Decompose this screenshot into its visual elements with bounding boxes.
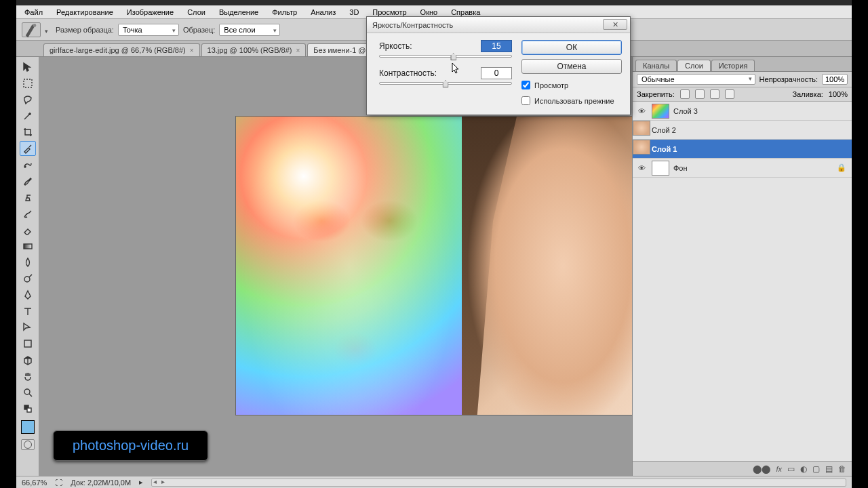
preview-checkbox[interactable]: Просмотр (521, 81, 622, 89)
menu-3d[interactable]: 3D (342, 6, 366, 18)
tool-preset-icon[interactable] (22, 22, 41, 37)
close-tab-icon[interactable]: × (190, 47, 194, 54)
delete-layer-icon[interactable]: 🗑 (838, 464, 846, 474)
blend-mode-select[interactable]: Обычные (637, 74, 755, 85)
blur-tool[interactable] (20, 255, 36, 270)
canvas[interactable] (39, 57, 632, 476)
shape-tool[interactable] (20, 336, 36, 351)
sample-size-select[interactable]: Точка (118, 24, 179, 36)
gradient-tool[interactable] (20, 239, 36, 253)
layer-thumbnail[interactable] (652, 161, 669, 176)
svg-point-2 (24, 166, 26, 167)
lock-label: Закрепить: (637, 90, 675, 98)
layer-name: Слой 1 (652, 145, 677, 153)
menu-выделение[interactable]: Выделение (212, 6, 265, 18)
new-layer-icon[interactable]: ▤ (825, 464, 833, 474)
h-scrollbar[interactable] (151, 479, 846, 487)
lasso-tool[interactable] (20, 92, 36, 107)
menu-анализ[interactable]: Анализ (304, 6, 342, 18)
panel-tab-история[interactable]: История (711, 60, 755, 71)
dodge-tool[interactable] (20, 271, 36, 286)
doc-size: Док: 2,02M/10,0M (71, 479, 131, 487)
menu-слои[interactable]: Слои (180, 6, 212, 18)
svg-rect-8 (27, 408, 31, 412)
move-tool[interactable] (20, 60, 36, 75)
tool-preset-dropdown[interactable] (45, 26, 52, 33)
menu-фильтр[interactable]: Фильтр (265, 6, 304, 18)
cancel-button[interactable]: Отмена (521, 59, 622, 74)
layer-row[interactable]: 👁Слой 3 (633, 102, 852, 121)
layer-thumbnail[interactable] (652, 104, 669, 119)
brightness-slider[interactable] (379, 55, 512, 58)
image-left-half (236, 117, 462, 415)
panel-tab-слои[interactable]: Слои (677, 60, 711, 71)
ok-button[interactable]: ОК (521, 40, 622, 55)
wand-tool[interactable] (20, 108, 36, 123)
eyedropper-tool[interactable] (20, 141, 36, 156)
group-icon[interactable]: ▢ (812, 464, 820, 474)
adjustment-icon[interactable]: ◐ (800, 464, 807, 474)
color-tool[interactable] (20, 401, 36, 416)
artboard (236, 117, 632, 415)
zoom-value[interactable]: 66,67% (22, 479, 47, 487)
opacity-value[interactable]: 100% (822, 74, 848, 85)
3d-tool[interactable] (20, 352, 36, 367)
svg-rect-3 (24, 244, 32, 249)
menu-изображение[interactable]: Изображение (120, 6, 180, 18)
link-layers-icon[interactable]: ⬤⬤ (753, 464, 770, 474)
document-tab[interactable]: 13.jpg @ 100% (RGB/8#)× (201, 43, 307, 56)
foreground-color-swatch[interactable] (21, 420, 35, 434)
layer-row[interactable]: 👁Слой 2 (633, 121, 852, 140)
healing-tool[interactable] (20, 157, 36, 172)
svg-rect-5 (24, 340, 31, 347)
pen-tool[interactable] (20, 287, 36, 302)
legacy-checkbox[interactable]: Использовать прежние (521, 96, 622, 105)
visibility-icon[interactable]: 👁 (635, 107, 648, 115)
panel-tab-каналы[interactable]: Каналы (635, 60, 677, 71)
crop-tool[interactable] (20, 125, 36, 140)
lock-pixels-icon[interactable] (695, 89, 705, 99)
eraser-tool[interactable] (20, 222, 36, 237)
menu-редактирование[interactable]: Редактирование (50, 6, 120, 18)
image-right-half (462, 117, 633, 415)
brightness-label: Яркость: (379, 41, 475, 51)
mask-icon[interactable]: ▭ (787, 464, 795, 474)
zoom-tool[interactable] (20, 385, 36, 400)
zoom-icon[interactable]: ⛶ (55, 479, 62, 487)
dialog-close-button[interactable]: ✕ (603, 19, 627, 30)
document-tab[interactable]: girlface-large-edit.jpg @ 66,7% (RGB/8#)… (43, 43, 200, 56)
opacity-label: Непрозрачность: (760, 75, 818, 83)
path-tool[interactable] (20, 320, 36, 335)
brightness-input[interactable] (481, 40, 512, 52)
layer-row[interactable]: 👁Фон🔒 (633, 159, 852, 178)
type-tool[interactable] (20, 304, 36, 319)
hand-tool[interactable] (20, 369, 36, 384)
dialog-title: Яркость/Контрастность (372, 21, 453, 29)
quick-mask-icon[interactable] (21, 439, 35, 450)
fx-icon[interactable]: fx (776, 464, 782, 474)
contrast-slider[interactable] (379, 82, 512, 85)
layer-thumbnail[interactable] (633, 140, 650, 155)
brush-tool[interactable] (20, 174, 36, 188)
svg-rect-1 (24, 79, 32, 87)
doc-menu-arrow[interactable]: ▸ (139, 478, 143, 487)
sample-size-label: Размер образца: (56, 26, 114, 34)
layer-row[interactable]: 👁Слой 1 (633, 140, 852, 159)
menu-файл[interactable]: Файл (18, 6, 50, 18)
lock-all-icon[interactable] (725, 89, 734, 99)
lock-position-icon[interactable] (710, 89, 719, 99)
history-brush-tool[interactable] (20, 206, 36, 221)
lock-icon: 🔒 (837, 163, 846, 172)
contrast-label: Контрастность: (379, 68, 475, 78)
svg-point-4 (24, 277, 30, 282)
sample-source-select[interactable]: Все слои (219, 24, 280, 36)
svg-point-0 (33, 24, 36, 27)
marquee-tool[interactable] (20, 76, 36, 91)
fill-value[interactable]: 100% (829, 90, 848, 98)
contrast-input[interactable] (481, 67, 512, 79)
lock-transparency-icon[interactable] (680, 89, 690, 99)
layer-thumbnail[interactable] (633, 121, 650, 136)
visibility-icon[interactable]: 👁 (635, 164, 648, 172)
stamp-tool[interactable] (20, 190, 36, 205)
close-tab-icon[interactable]: × (296, 47, 300, 54)
